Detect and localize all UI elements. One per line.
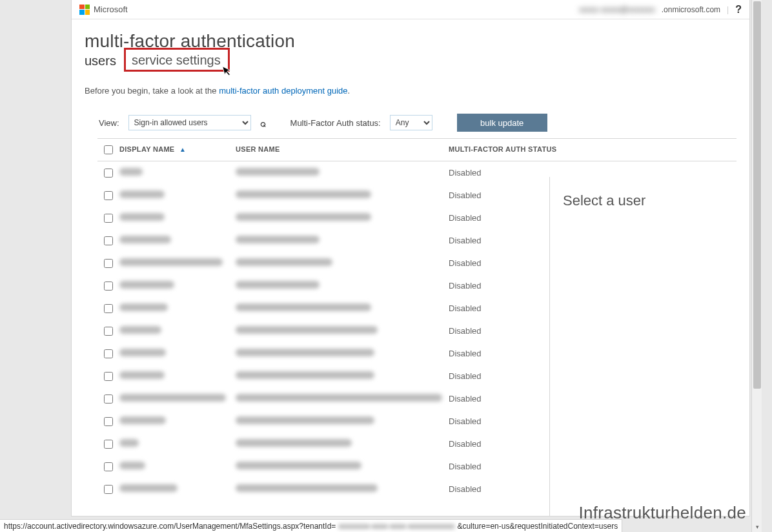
display-name-blurred xyxy=(119,326,161,334)
user-name-blurred xyxy=(236,303,371,311)
row-checkbox[interactable] xyxy=(104,304,113,313)
separator: | xyxy=(727,5,729,14)
row-checkbox[interactable] xyxy=(104,169,113,178)
mfa-status-value: Disabled xyxy=(449,394,558,404)
display-name-blurred xyxy=(119,484,178,492)
display-name-blurred xyxy=(119,168,143,176)
bulk-update-button[interactable]: bulk update xyxy=(457,114,547,132)
select-all-cell xyxy=(97,145,119,154)
status-url-part2: &culture=en-us&requestInitiatedContext=u… xyxy=(457,522,618,531)
browser-status-url: https://account.activedirectory.windowsa… xyxy=(0,519,622,532)
side-panel-title: Select a user xyxy=(563,192,736,209)
user-name-blurred xyxy=(236,349,374,356)
display-name-blurred xyxy=(119,371,165,379)
mfa-status-value: Disabled xyxy=(449,168,558,178)
intro-after: . xyxy=(348,86,350,96)
header-display-name[interactable]: DISPLAY NAME ▲ xyxy=(119,145,236,153)
account-name-blurred: xxxxx xxxxx@xxxxxxx xyxy=(579,5,655,14)
page-title: multi-factor authentication xyxy=(85,31,736,52)
user-name-blurred xyxy=(236,190,371,198)
display-name-blurred xyxy=(119,462,145,469)
user-name-blurred xyxy=(236,326,378,334)
row-checkbox[interactable] xyxy=(104,394,113,404)
intro-text: Before you begin, take a look at the mul… xyxy=(85,86,736,96)
microsoft-logo[interactable]: Microsoft xyxy=(79,5,128,15)
user-name-blurred xyxy=(236,394,442,402)
mfa-status-value: Disabled xyxy=(449,349,558,358)
mfa-status-value: Disabled xyxy=(449,213,558,223)
scrollbar-thumb[interactable] xyxy=(753,1,761,389)
row-checkbox[interactable] xyxy=(104,349,113,358)
tab-service-settings-label: service settings xyxy=(132,53,221,67)
side-panel: Select a user xyxy=(549,177,749,516)
user-name-blurred xyxy=(236,281,320,289)
status-url-blur: xxxxxxxx-xxxx-xxxx-xxxxxxxxxxxx xyxy=(336,522,457,531)
tabs: users service settings xyxy=(85,53,736,69)
user-name-blurred xyxy=(236,416,374,424)
user-name-blurred xyxy=(236,462,361,469)
tab-service-settings[interactable]: service settings xyxy=(128,53,225,69)
filter-row: View: Sign-in allowed users ⌕ Multi-Fact… xyxy=(99,114,736,132)
page-container: Microsoft xxxxx xxxxx@xxxxxxx .onmicroso… xyxy=(71,0,750,517)
mfa-status-value: Disabled xyxy=(449,326,558,336)
display-name-blurred xyxy=(119,303,168,311)
row-checkbox[interactable] xyxy=(104,372,113,381)
row-checkbox[interactable] xyxy=(104,191,113,200)
intro-before: Before you begin, take a look at the xyxy=(85,86,219,96)
top-right: xxxxx xxxxx@xxxxxxx .onmicrosoft.com | ? xyxy=(579,4,742,15)
display-name-blurred xyxy=(119,190,165,198)
row-checkbox[interactable] xyxy=(104,417,113,426)
header-mfa-status[interactable]: MULTI-FACTOR AUTH STATUS xyxy=(449,145,558,153)
tab-users[interactable]: users xyxy=(85,54,116,68)
microsoft-logo-icon xyxy=(79,5,90,15)
display-name-blurred xyxy=(119,258,223,266)
display-name-blurred xyxy=(119,213,165,221)
mfa-status-select[interactable]: Any xyxy=(390,115,432,130)
display-name-blurred xyxy=(119,236,171,243)
mfa-status-value: Disabled xyxy=(449,462,558,471)
table-header: DISPLAY NAME ▲ USER NAME MULTI-FACTOR AU… xyxy=(97,139,736,161)
mfa-status-value: Disabled xyxy=(449,416,558,426)
user-name-blurred xyxy=(236,484,378,492)
mfa-status-value: Disabled xyxy=(449,484,558,494)
display-name-blurred xyxy=(119,439,139,447)
row-checkbox[interactable] xyxy=(104,462,113,471)
view-select[interactable]: Sign-in allowed users xyxy=(128,115,251,130)
cursor-icon xyxy=(221,64,234,79)
help-icon[interactable]: ? xyxy=(735,4,742,15)
mfa-status-value: Disabled xyxy=(449,281,558,291)
sort-asc-icon: ▲ xyxy=(179,146,186,153)
display-name-blurred xyxy=(119,281,174,289)
row-checkbox[interactable] xyxy=(104,440,113,449)
mfa-status-value: Disabled xyxy=(449,190,558,200)
header-user-name[interactable]: USER NAME xyxy=(236,145,449,153)
heading-area: multi-factor authentication users servic… xyxy=(72,19,749,132)
display-name-blurred xyxy=(119,349,166,356)
row-checkbox[interactable] xyxy=(104,327,113,336)
header-display-name-label: DISPLAY NAME xyxy=(119,145,175,153)
display-name-blurred xyxy=(119,394,226,402)
brand-text: Microsoft xyxy=(94,5,128,14)
user-name-blurred xyxy=(236,439,352,447)
top-bar: Microsoft xxxxx xxxxx@xxxxxxx .onmicroso… xyxy=(72,0,749,19)
row-checkbox[interactable] xyxy=(104,236,113,245)
status-url-part1: https://account.activedirectory.windowsa… xyxy=(4,522,336,531)
select-all-checkbox[interactable] xyxy=(104,145,113,154)
view-label: View: xyxy=(99,118,119,128)
scroll-down-icon[interactable]: ▾ xyxy=(752,522,762,532)
user-name-blurred xyxy=(236,168,320,176)
row-checkbox[interactable] xyxy=(104,485,113,494)
user-name-blurred xyxy=(236,258,332,266)
mfa-status-label: Multi-Factor Auth status: xyxy=(290,118,381,128)
display-name-blurred xyxy=(119,416,166,424)
account-domain: .onmicrosoft.com xyxy=(662,5,720,14)
row-checkbox[interactable] xyxy=(104,214,113,223)
deployment-guide-link[interactable]: multi-factor auth deployment guide xyxy=(219,86,347,96)
row-checkbox[interactable] xyxy=(104,259,113,268)
mfa-status-value: Disabled xyxy=(449,439,558,449)
mfa-status-value: Disabled xyxy=(449,371,558,381)
search-icon[interactable]: ⌕ xyxy=(260,118,266,128)
row-checkbox[interactable] xyxy=(104,281,113,291)
user-name-blurred xyxy=(236,236,320,243)
browser-scrollbar[interactable]: ▾ xyxy=(751,0,762,532)
